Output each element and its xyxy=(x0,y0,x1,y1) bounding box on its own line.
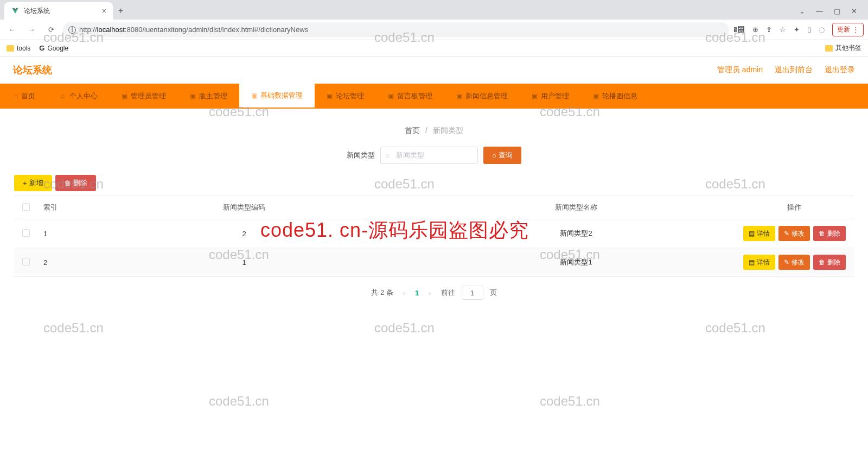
table-toolbar: + 新增 🗑 删除 xyxy=(14,175,854,191)
pager-goto-input[interactable]: 1 xyxy=(462,286,483,300)
doc-icon: ▤ xyxy=(749,230,755,237)
reload-button[interactable]: ⟳ xyxy=(43,22,59,37)
trash-icon: 🗑 xyxy=(819,230,825,237)
kebab-icon: ⋮ xyxy=(852,26,859,34)
delete-row-label: 删除 xyxy=(827,258,840,267)
plus-icon: + xyxy=(23,179,27,187)
tab-bar: 论坛系统 × + ⌄ — ▢ ✕ xyxy=(0,0,868,20)
pager-page-suffix: 页 xyxy=(490,288,497,298)
nav-label: 基础数据管理 xyxy=(260,91,303,100)
pager-page[interactable]: 1 xyxy=(415,289,419,297)
url-scheme: http:// xyxy=(79,26,97,34)
browser-tab[interactable]: 论坛系统 × xyxy=(4,2,113,20)
star-icon[interactable]: ☆ xyxy=(780,26,786,34)
search-label: 新闻类型 xyxy=(347,150,375,160)
extensions-icon[interactable]: ✦ xyxy=(794,26,800,34)
browser-chrome: 论坛系统 × + ⌄ — ▢ ✕ ← → ⟳ i http://localhos… xyxy=(0,0,868,56)
key-icon[interactable]: �⴬ xyxy=(733,26,745,34)
add-button[interactable]: + 新增 xyxy=(14,175,52,191)
row-actions: ▤详情 ✎修改 🗑删除 xyxy=(740,226,848,241)
nav-guestbook-mgmt[interactable]: ▣留言板管理 xyxy=(376,84,444,109)
detail-button[interactable]: ▤详情 xyxy=(743,255,775,270)
bookmark-google[interactable]: G Google xyxy=(39,44,68,52)
google-icon: G xyxy=(39,44,44,52)
content-area: 首页 / 新闻类型 新闻类型 ○ 新闻类型 ○ 查询 + 新增 🗑 删除 xyxy=(0,109,868,319)
close-window-icon[interactable]: ✕ xyxy=(851,7,857,15)
nav-label: 管理员管理 xyxy=(131,91,166,101)
edit-button[interactable]: ✎修改 xyxy=(778,255,810,270)
panel-icon[interactable]: ▯ xyxy=(807,26,811,34)
nav-basic-data[interactable]: ▣基础数据管理 xyxy=(239,84,315,109)
nav-carousel[interactable]: ▣轮播图信息 xyxy=(581,84,649,109)
trash-icon: 🗑 xyxy=(819,258,825,266)
vue-favicon-icon xyxy=(11,7,20,15)
nav-moderator-mgmt[interactable]: ▣版主管理 xyxy=(178,84,239,109)
briefcase-icon: ▣ xyxy=(122,92,127,100)
delete-button[interactable]: 🗑删除 xyxy=(813,226,846,241)
nav-user-mgmt[interactable]: ▣用户管理 xyxy=(520,84,581,109)
detail-button[interactable]: ▤详情 xyxy=(743,226,775,241)
folder-icon xyxy=(7,45,14,52)
nav-personal[interactable]: ☺个人中心 xyxy=(47,84,109,109)
nav-admin-mgmt[interactable]: ▣管理员管理 xyxy=(110,84,178,109)
chevron-down-icon[interactable]: ⌄ xyxy=(799,7,805,15)
nav-label: 首页 xyxy=(21,91,35,101)
select-all-checkbox[interactable] xyxy=(22,203,30,211)
to-front-link[interactable]: 退出到前台 xyxy=(775,65,813,75)
table-row: 2 1 新闻类型1 ▤详情 ✎修改 🗑删除 xyxy=(14,248,854,277)
crumb-root[interactable]: 首页 xyxy=(405,126,420,135)
table-row: 1 2 新闻类型2 ▤详情 ✎修改 🗑删除 xyxy=(14,219,854,248)
url-input[interactable]: i http://localhost:8080/luentanxitong/ad… xyxy=(63,22,729,37)
profile-icon[interactable]: ◌ xyxy=(819,26,825,34)
delete-button[interactable]: 🗑删除 xyxy=(813,255,846,270)
delete-row-label: 删除 xyxy=(827,229,840,238)
update-button[interactable]: 更新 ⋮ xyxy=(832,23,864,36)
detail-label: 详情 xyxy=(757,229,770,238)
tab-title: 论坛系统 xyxy=(24,7,98,16)
app-header: 论坛系统 管理员 admin 退出到前台 退出登录 xyxy=(0,56,868,84)
admin-label[interactable]: 管理员 admin xyxy=(717,65,763,75)
url-host: localhost xyxy=(97,26,125,34)
header-actions: 管理员 admin 退出到前台 退出登录 xyxy=(717,65,855,75)
pager-prev[interactable]: ‹ xyxy=(400,289,409,297)
logout-link[interactable]: 退出登录 xyxy=(825,65,855,75)
briefcase-icon: ▣ xyxy=(327,92,333,100)
crumb-separator: / xyxy=(425,126,427,135)
window-controls: ⌄ — ▢ ✕ xyxy=(793,7,864,15)
search-placeholder: 新闻类型 xyxy=(396,150,424,160)
maximize-icon[interactable]: ▢ xyxy=(834,7,840,15)
search-button[interactable]: ○ 查询 xyxy=(483,147,521,164)
tab-close-icon[interactable]: × xyxy=(102,7,106,15)
bookmark-other[interactable]: 其他书签 xyxy=(825,43,861,53)
row-checkbox[interactable] xyxy=(22,229,30,237)
bookmark-label: 其他书签 xyxy=(835,43,861,53)
nav-forum-mgmt[interactable]: ▣论坛管理 xyxy=(315,84,376,109)
edit-button[interactable]: ✎修改 xyxy=(778,226,810,241)
nav-label: 版主管理 xyxy=(199,91,227,101)
home-icon: ⌂ xyxy=(14,92,18,100)
edit-label: 修改 xyxy=(792,258,805,267)
user-icon: ☺ xyxy=(59,92,66,100)
back-button[interactable]: ← xyxy=(4,22,20,37)
header-op: 操作 xyxy=(735,196,854,219)
share-icon[interactable]: ⇪ xyxy=(766,26,772,34)
nav-home[interactable]: ⌂首页 xyxy=(2,84,47,109)
cell-name: 新闻类型2 xyxy=(418,219,735,248)
row-checkbox[interactable] xyxy=(22,258,30,266)
detail-label: 详情 xyxy=(757,258,770,267)
zoom-icon[interactable]: ⊕ xyxy=(752,26,758,34)
nav-label: 新闻信息管理 xyxy=(465,91,508,101)
forward-button[interactable]: → xyxy=(24,22,39,37)
nav-news-mgmt[interactable]: ▣新闻信息管理 xyxy=(444,84,520,109)
minimize-icon[interactable]: — xyxy=(816,7,823,15)
search-input[interactable]: ○ 新闻类型 xyxy=(380,147,478,164)
site-info-icon[interactable]: i xyxy=(68,26,76,34)
update-label: 更新 xyxy=(837,25,850,34)
pager-next[interactable]: › xyxy=(425,289,434,297)
pager-total: 共 2 条 xyxy=(371,288,393,298)
briefcase-icon: ▣ xyxy=(251,92,257,99)
bookmark-tools[interactable]: tools xyxy=(7,45,30,52)
pager-goto-label: 前往 xyxy=(441,288,455,298)
new-tab-button[interactable]: + xyxy=(115,3,126,19)
bulk-delete-button[interactable]: 🗑 删除 xyxy=(55,175,96,191)
